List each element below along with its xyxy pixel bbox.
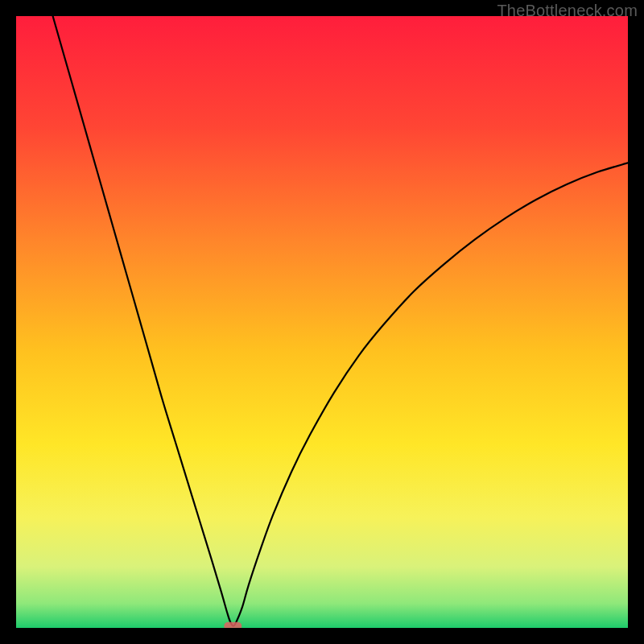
min-marker [224, 622, 242, 628]
chart-plot [16, 16, 628, 628]
watermark-text: TheBottleneck.com [497, 2, 638, 20]
chart-background [16, 16, 628, 628]
svg-rect-0 [224, 622, 242, 628]
chart-frame [16, 16, 628, 628]
